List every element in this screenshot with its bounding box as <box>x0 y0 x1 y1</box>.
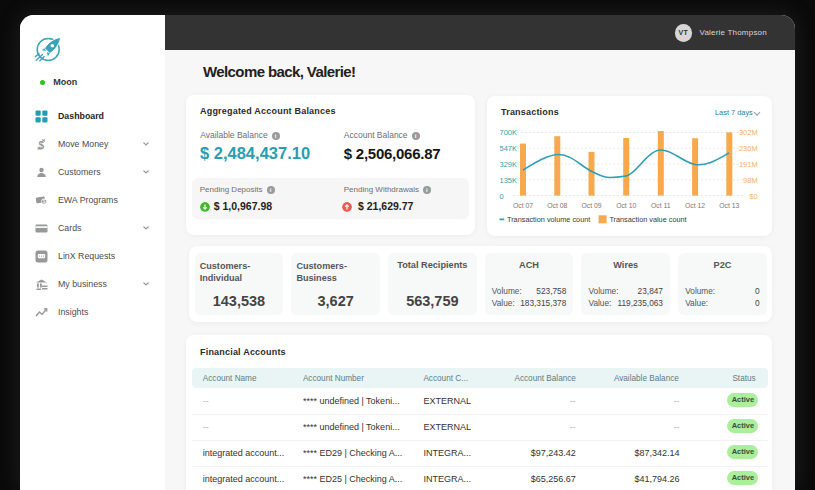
svg-text:0: 0 <box>500 192 504 201</box>
svg-text:Oct 08: Oct 08 <box>547 202 567 209</box>
svg-text:700K: 700K <box>500 128 518 137</box>
svg-text:Oct 13: Oct 13 <box>719 202 739 209</box>
svg-text:191M: 191M <box>739 160 758 169</box>
svg-text:547K: 547K <box>500 144 518 153</box>
svg-text:Transaction value count: Transaction value count <box>609 215 686 224</box>
svg-text:Transaction volume count: Transaction volume count <box>507 215 590 224</box>
svg-text:329K: 329K <box>500 160 518 169</box>
svg-text:302M: 302M <box>739 128 758 137</box>
svg-text:Oct 10: Oct 10 <box>616 202 636 209</box>
svg-text:236M: 236M <box>739 144 758 153</box>
svg-text:Oct 11: Oct 11 <box>651 202 671 209</box>
svg-text:Oct 12: Oct 12 <box>685 202 705 209</box>
svg-text:$0: $0 <box>749 192 757 201</box>
svg-text:Oct 09: Oct 09 <box>581 202 601 209</box>
svg-text:Oct 07: Oct 07 <box>513 202 533 209</box>
svg-text:98M: 98M <box>743 176 758 185</box>
svg-text:135K: 135K <box>500 176 518 185</box>
